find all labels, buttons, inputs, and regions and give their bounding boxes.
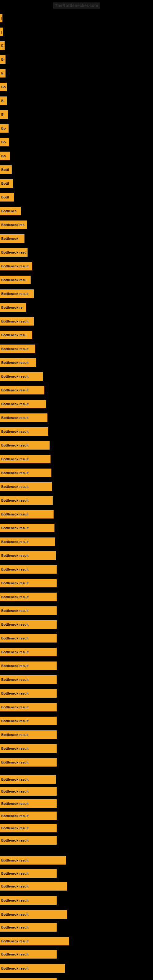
bar-item: Bottleneck result: [0, 441, 49, 450]
bar-item: Bottleneck result: [0, 662, 57, 670]
bar-label: Bottleneck result: [1, 953, 29, 956]
bar-label: Bottleneck result: [1, 609, 29, 612]
bar-item: Bottleneck result: [0, 358, 36, 367]
bar-label: E: [1, 44, 3, 48]
bar-label: Bottleneck res: [1, 223, 24, 227]
bar-item: Bottleneck result: [0, 703, 57, 711]
bar-item: Bottleneck resu: [0, 275, 30, 284]
bar-item: Bottleneck result: [0, 551, 56, 560]
bar-item: Bottleneck result: [0, 896, 57, 905]
bar-item: Bottleneck result: [0, 496, 53, 505]
bar-label: Bottleneck result: [1, 430, 29, 433]
bar-item: Bottleneck result: [0, 937, 69, 945]
bar-item: Bottleneck result: [0, 469, 51, 477]
bar-item: |: [0, 14, 2, 22]
bar-item: Bottl: [0, 193, 14, 202]
bar-label: Bottl: [1, 168, 9, 172]
bar-item: Bottleneck result: [0, 882, 67, 891]
bar-label: Bottleneck result: [1, 967, 29, 970]
bar-label: Bottleneck resu: [1, 278, 27, 282]
bar-item: Bottleneck result: [0, 824, 57, 832]
bar-label: Bottleneck result: [1, 650, 29, 654]
bar-label: |: [1, 16, 2, 20]
bar-label: Bottlenec: [1, 209, 16, 213]
bar-label: Bottleneck resu: [1, 333, 27, 337]
bar-item: Bottleneck result: [0, 799, 57, 808]
bar-label: Bottleneck: [1, 237, 18, 240]
bar-label: Bottleneck result: [1, 885, 29, 888]
bar-label: Bottleneck result: [1, 747, 29, 750]
bar-item: Bottleneck result: [0, 455, 51, 463]
bar-label: Bottleneck result: [1, 926, 29, 929]
bar-label: Bottleneck result: [1, 320, 29, 323]
bar-item: Bottleneck result: [0, 262, 32, 270]
bar-item: B: [0, 110, 8, 119]
bar-item: Bottleneck result: [0, 978, 57, 980]
bar-label: Bottleneck result: [1, 444, 29, 447]
bar-item: Bottleneck result: [0, 758, 57, 767]
bar-label: Bottleneck result: [1, 595, 29, 599]
bar-label: Bo: [1, 154, 6, 158]
bar-item: E: [0, 41, 5, 50]
bar-label: Bottleneck result: [1, 623, 29, 626]
bar-item: Bottleneck result: [0, 648, 57, 656]
bar-label: Bottleneck result: [1, 678, 29, 681]
bar-item: Bottleneck result: [0, 510, 54, 519]
bar-item: E: [0, 69, 5, 78]
bar-label: Bottleneck result: [1, 733, 29, 737]
bar-item: Bottleneck result: [0, 400, 46, 408]
bar-label: Bottleneck result: [1, 664, 29, 668]
bar-item: Bottleneck re: [0, 303, 26, 312]
bar-item: Bottleneck result: [0, 290, 33, 298]
bar-item: Bottleneck result: [0, 717, 57, 725]
bar-label: Bottleneck result: [1, 568, 29, 571]
bar-label: Bo: [1, 140, 6, 144]
bar-item: Bottleneck result: [0, 964, 65, 973]
bar-label: B: [1, 57, 4, 61]
bar-label: Bottleneck result: [1, 719, 29, 723]
bar-label: Bottleneck result: [1, 899, 29, 902]
bar-label: Bottleneck result: [1, 292, 29, 296]
bar-item: Bottleneck result: [0, 565, 57, 574]
bar-item: Bottleneck result: [0, 345, 35, 353]
bar-label: Bottleneck result: [1, 913, 29, 916]
bar-item: Bottleneck result: [0, 775, 56, 784]
bar-label: Bottleneck result: [1, 526, 29, 530]
bar-label: Bottleneck result: [1, 264, 29, 268]
bar-label: Bottleneck result: [1, 471, 29, 475]
bar-label: Bottl: [1, 196, 9, 199]
bar-label: Bottleneck result: [1, 939, 29, 943]
bar-item: Bottleneck result: [0, 414, 48, 422]
bar-label: B: [1, 113, 4, 116]
bar-label: Bottleneck result: [1, 485, 29, 488]
bar-label: Bottleneck result: [1, 872, 29, 875]
bar-label: Bottleneck result: [1, 705, 29, 709]
bar-label: Bottleneck result: [1, 826, 29, 830]
bar-item: Bottleneck result: [0, 811, 57, 820]
bar-label: Bo: [1, 85, 6, 89]
bar-label: Bottleneck result: [1, 814, 29, 818]
bar-item: Bottleneck resu: [0, 248, 27, 257]
bar-item: Bottleneck result: [0, 675, 57, 684]
bar-item: Bottleneck result: [0, 856, 66, 865]
bar-label: Bottleneck result: [1, 692, 29, 695]
bar-item: Bottleneck result: [0, 427, 48, 436]
bar-label: E: [1, 72, 3, 75]
bar-item: Bottleneck result: [0, 372, 43, 381]
bar-item: Bottl: [0, 165, 12, 174]
bar-item: Bo: [0, 151, 10, 160]
bar-item: B: [0, 55, 5, 64]
bar-label: Bottleneck result: [1, 778, 29, 781]
bar-label: Bottleneck result: [1, 581, 29, 585]
bar-label: Bottl: [1, 181, 9, 185]
bar-item: Bottleneck result: [0, 606, 57, 615]
bar-label: Bottleneck result: [1, 789, 29, 793]
bar-label: Bottleneck re: [1, 305, 22, 309]
bar-item: Bottleneck result: [0, 538, 55, 546]
bar-label: Bottleneck result: [1, 636, 29, 640]
bar-label: Bottleneck result: [1, 361, 29, 364]
bar-item: Bottlenec: [0, 207, 21, 215]
bar-label: Bottleneck result: [1, 388, 29, 392]
bar-item: Bottleneck result: [0, 836, 57, 845]
bar-item: Bo: [0, 83, 7, 91]
